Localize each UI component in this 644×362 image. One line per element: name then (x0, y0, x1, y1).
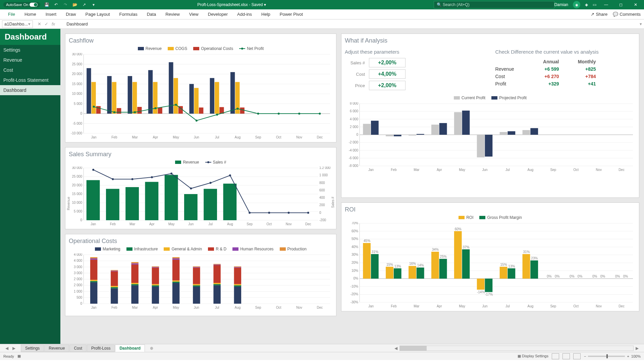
svg-text:0%: 0% (615, 275, 620, 278)
zoom-slider[interactable] (588, 356, 625, 357)
tab-nav-last-icon[interactable]: ▶ (10, 346, 17, 351)
param-sales[interactable]: +2,00% (369, 58, 406, 67)
sidebar-item-revenue[interactable]: Revenue (0, 55, 60, 65)
accept-fx-icon[interactable]: ✓ (45, 21, 48, 26)
diamond-icon[interactable]: ◈ (585, 2, 588, 7)
svg-text:600: 600 (319, 188, 325, 192)
opcost-card: Operational Costs MarketingInfrastructur… (65, 234, 336, 316)
zoom-in-icon[interactable]: + (627, 354, 629, 358)
comments-button[interactable]: 💬 Comments (613, 12, 641, 17)
ribbon-mode-icon[interactable]: ▭ (593, 2, 596, 7)
ribbon-tab-power-pivot[interactable]: Power Pivot (275, 9, 308, 19)
user-name[interactable]: Damian (554, 2, 568, 7)
autosave-toggle[interactable]: AutoSaveOn (3, 2, 40, 7)
display-settings-button[interactable]: ▦ Display Settings (518, 354, 548, 358)
svg-rect-23 (112, 82, 116, 114)
tab-nav-first-icon[interactable]: ◀ (3, 346, 10, 351)
svg-text:20%: 20% (352, 261, 358, 264)
svg-text:Feb: Feb (111, 306, 117, 309)
svg-text:May: May (168, 222, 175, 226)
sidebar-item-profit-loss-statement[interactable]: Profit-Loss Statement (0, 75, 60, 85)
ribbon-tab-page-layout[interactable]: Page Layout (81, 9, 115, 19)
share-button[interactable]: ↗ Share (591, 12, 607, 17)
svg-rect-102 (87, 180, 100, 220)
svg-text:May: May (173, 306, 179, 309)
svg-text:Jun: Jun (482, 168, 487, 172)
ribbon-tab-add-ins[interactable]: Add-ins (232, 9, 257, 19)
ribbon-tab-file[interactable]: File (3, 9, 20, 19)
svg-text:-30%: -30% (351, 300, 358, 304)
view-layout-icon[interactable] (562, 353, 570, 359)
search-input[interactable]: 🔍 Search (Alt+Q) (434, 1, 554, 8)
ribbon-tab-view[interactable]: View (184, 9, 203, 19)
hscroll-track[interactable] (399, 346, 634, 351)
undo-icon[interactable]: ↶ (53, 2, 59, 8)
sheet-tab-dashboard[interactable]: Dashboard (115, 345, 145, 352)
cancel-fx-icon[interactable]: ✕ (38, 21, 41, 26)
svg-rect-24 (117, 108, 121, 114)
svg-text:Oct: Oct (276, 306, 281, 309)
svg-text:Nov: Nov (296, 306, 302, 309)
svg-text:Oct: Oct (573, 168, 579, 172)
sheet-tab-revenue[interactable]: Revenue (44, 345, 69, 352)
param-cost[interactable]: +4,00% (369, 69, 406, 79)
svg-rect-162 (90, 257, 97, 258)
formula-bar: a1Dashbo...▾ ✕✓fx Dashboard ▾ (0, 19, 644, 29)
formula-value[interactable]: Dashboard (60, 21, 88, 26)
ribbon-tab-formulas[interactable]: Formulas (115, 9, 142, 19)
view-normal-icon[interactable] (552, 353, 559, 359)
expand-formula-icon[interactable]: ▾ (640, 21, 642, 26)
svg-text:Sep: Sep (247, 222, 253, 226)
sheet-tab-cost[interactable]: Cost (69, 345, 87, 352)
save-icon[interactable]: 💾 (44, 2, 50, 8)
svg-rect-249 (500, 132, 507, 135)
svg-rect-307 (417, 267, 424, 279)
svg-text:31%: 31% (372, 250, 378, 254)
zoom-out-icon[interactable]: − (584, 354, 586, 358)
minimize-icon[interactable]: — (601, 0, 611, 9)
sheet-tab-settings[interactable]: Settings (21, 345, 44, 352)
dropdown-icon[interactable]: ▾ (91, 2, 97, 8)
folder-icon[interactable]: 📂 (72, 2, 78, 8)
scroll-left-icon[interactable]: ◀ (392, 346, 399, 351)
svg-text:4 000: 4 000 (74, 253, 82, 256)
svg-text:200: 200 (319, 203, 325, 207)
svg-text:10%: 10% (352, 269, 358, 273)
sheet-tab-profit-loss[interactable]: Profit-Loss (87, 345, 115, 352)
svg-rect-35 (194, 88, 199, 114)
svg-rect-175 (152, 287, 159, 304)
param-price[interactable]: +2,00% (369, 81, 406, 90)
svg-rect-238 (371, 121, 379, 135)
export-icon[interactable]: ↗ (81, 2, 87, 8)
svg-rect-165 (111, 286, 118, 287)
fx-icon[interactable]: fx (52, 21, 55, 26)
maximize-icon[interactable]: ◻ (616, 0, 626, 9)
svg-rect-239 (386, 135, 393, 136)
svg-text:Sep: Sep (550, 168, 556, 172)
ribbon-tab-insert[interactable]: Insert (41, 9, 61, 19)
scroll-right-icon[interactable]: ▶ (634, 346, 641, 351)
add-sheet-icon[interactable]: ⊕ (148, 346, 155, 351)
svg-rect-163 (111, 288, 118, 304)
redo-icon[interactable]: ↷ (62, 2, 68, 8)
avatar-icon[interactable]: ◉ (573, 1, 580, 8)
svg-rect-242 (417, 134, 424, 135)
sidebar-item-dashboard[interactable]: Dashboard (0, 85, 60, 95)
ribbon-tab-help[interactable]: Help (257, 9, 275, 19)
accessibility-icon[interactable]: ▦ (17, 354, 21, 358)
svg-text:Jul: Jul (215, 306, 219, 309)
name-box[interactable]: a1Dashbo...▾ (2, 20, 33, 28)
ribbon-tab-home[interactable]: Home (20, 9, 41, 19)
sidebar-item-cost[interactable]: Cost (0, 65, 60, 75)
svg-rect-301 (386, 267, 393, 279)
svg-text:30%: 30% (352, 253, 358, 256)
svg-rect-193 (213, 285, 220, 304)
svg-rect-34 (189, 84, 194, 114)
ribbon-tab-review[interactable]: Review (161, 9, 184, 19)
close-icon[interactable]: ✕ (631, 0, 641, 9)
sidebar-item-settings[interactable]: Settings (0, 45, 60, 55)
ribbon-tab-data[interactable]: Data (142, 9, 161, 19)
view-break-icon[interactable] (573, 353, 581, 359)
ribbon-tab-draw[interactable]: Draw (61, 9, 80, 19)
ribbon-tab-developer[interactable]: Developer (203, 9, 232, 19)
